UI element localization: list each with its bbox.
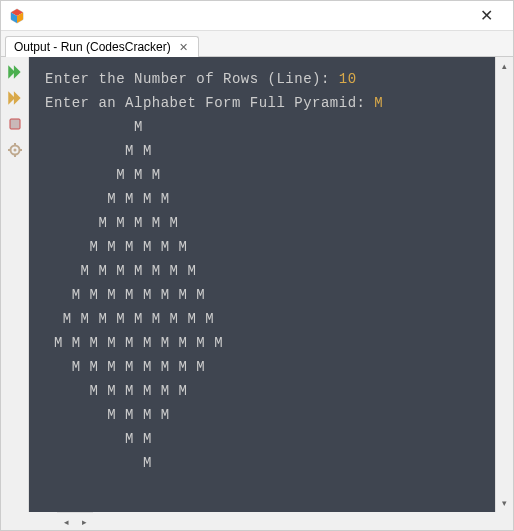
bottom-right-corner bbox=[111, 512, 129, 530]
scroll-left-arrow[interactable]: ◂ bbox=[57, 513, 75, 530]
output-tab[interactable]: Output - Run (CodesCracker) ✕ bbox=[5, 36, 199, 57]
left-toolbar bbox=[1, 57, 29, 512]
settings-button[interactable] bbox=[4, 139, 26, 161]
tab-label: Output - Run (CodesCracker) bbox=[14, 40, 171, 54]
close-button[interactable]: ✕ bbox=[472, 2, 501, 29]
console-wrap: Enter the Number of Rows (Line): 10 Ente… bbox=[29, 57, 513, 512]
run-button[interactable] bbox=[4, 61, 26, 83]
horizontal-scrollbar[interactable]: ◂ ▸ bbox=[57, 512, 93, 530]
title-bar: ✕ bbox=[1, 1, 513, 31]
stop-button[interactable] bbox=[4, 113, 26, 135]
svg-rect-4 bbox=[10, 119, 20, 129]
bottom-left-corner bbox=[1, 512, 29, 530]
tab-bar: Output - Run (CodesCracker) ✕ bbox=[1, 31, 513, 57]
tab-close-button[interactable]: ✕ bbox=[177, 41, 190, 54]
scroll-down-arrow[interactable]: ▾ bbox=[496, 494, 513, 512]
scroll-up-arrow[interactable]: ▴ bbox=[496, 57, 513, 75]
scroll-right-arrow[interactable]: ▸ bbox=[75, 513, 93, 530]
app-icon bbox=[9, 8, 25, 24]
bottom-scroll-row: ◂ ▸ bbox=[1, 512, 513, 530]
vertical-scrollbar[interactable]: ▴ ▾ bbox=[495, 57, 513, 512]
run-alt-button[interactable] bbox=[4, 87, 26, 109]
svg-point-6 bbox=[13, 149, 16, 152]
console-output: Enter the Number of Rows (Line): 10 Ente… bbox=[29, 57, 495, 512]
main-area: Enter the Number of Rows (Line): 10 Ente… bbox=[1, 57, 513, 512]
